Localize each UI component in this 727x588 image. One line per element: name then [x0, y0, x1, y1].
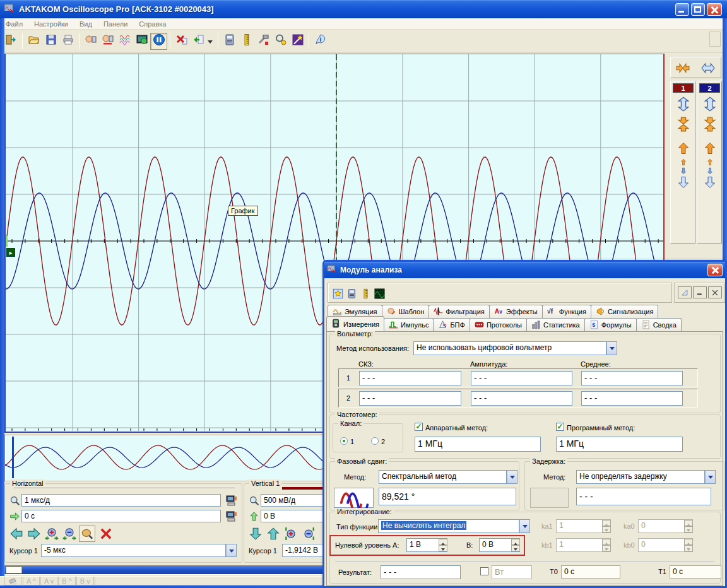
menu-item-3[interactable]: Вид: [74, 19, 98, 29]
amplitude-ch2-field[interactable]: - - -: [471, 391, 572, 406]
amplitude-ch1-field[interactable]: - - -: [471, 371, 572, 385]
zero-level-a-spinner[interactable]: [439, 539, 447, 551]
average-ch2-field[interactable]: - - -: [581, 391, 683, 406]
tab-function[interactable]: √fФункция: [542, 305, 591, 318]
v-expand-icon[interactable]: [702, 97, 718, 112]
menu-item-4[interactable]: Панели: [98, 19, 133, 29]
menu-item-5[interactable]: Справка: [133, 19, 172, 29]
average-ch1-field[interactable]: - - -: [581, 371, 683, 385]
arrow-down-teal-icon[interactable]: [247, 526, 264, 542]
service-button[interactable]: [255, 33, 272, 50]
scrollbar-thumb[interactable]: [6, 567, 22, 573]
print-button[interactable]: [59, 33, 76, 50]
status-button-av[interactable]: A v: [40, 577, 57, 585]
delay-value-field[interactable]: - - -: [576, 488, 711, 505]
overview-cursor[interactable]: [12, 437, 14, 478]
arrow-up-teal-icon[interactable]: [265, 526, 281, 542]
phase-method-dropdown[interactable]: [507, 470, 517, 484]
tab-template[interactable]: Шаблон: [382, 305, 430, 318]
arrow-up-small-icon[interactable]: [680, 158, 687, 166]
tab-measure[interactable]: Измерения: [326, 316, 384, 331]
wizard-button[interactable]: [289, 33, 306, 50]
search-button[interactable]: [272, 33, 289, 50]
waveforms-button[interactable]: [116, 33, 133, 50]
h-cursor-dropdown[interactable]: [226, 544, 237, 557]
arrow-right-green-icon[interactable]: [8, 510, 21, 522]
tab-pulse[interactable]: Импульс: [384, 318, 434, 331]
timebase-field[interactable]: 1 мкс/д: [21, 494, 221, 507]
v-expand-icon[interactable]: [676, 97, 691, 112]
expand-h-icon[interactable]: [700, 60, 716, 76]
phase-method-combo[interactable]: Спектральный метод: [379, 470, 507, 484]
menu-item-2[interactable]: Настройки: [28, 19, 74, 29]
arrow-down-big-icon[interactable]: [677, 176, 690, 189]
minimize-button[interactable]: [675, 3, 689, 16]
kb1-spinner[interactable]: [602, 539, 611, 551]
tab-fft[interactable]: БПФ: [433, 318, 470, 331]
zoom-in-v-icon[interactable]: [283, 526, 299, 542]
delay-method-dropdown[interactable]: [705, 470, 716, 484]
watt-checkbox[interactable]: [480, 567, 488, 575]
device-icon[interactable]: [224, 509, 239, 523]
skz-ch2-field[interactable]: - - -: [359, 391, 461, 406]
write-device-button[interactable]: [99, 33, 116, 50]
nav-left-icon[interactable]: [8, 526, 25, 542]
arrow-up-small-icon[interactable]: [706, 158, 714, 166]
maximize-button[interactable]: [691, 3, 705, 16]
arrow-down-small-icon[interactable]: [706, 167, 714, 175]
software-method-checkbox[interactable]: ✓: [556, 423, 564, 431]
arrow-down-big-icon[interactable]: [704, 176, 716, 189]
arrow-up-big-icon[interactable]: [704, 142, 716, 155]
scope-grid-icon[interactable]: [373, 287, 386, 300]
star-window-icon[interactable]: [331, 287, 344, 300]
ruler-icon[interactable]: [359, 287, 372, 300]
delay-method-combo[interactable]: Не определять задержку: [576, 470, 705, 484]
zero-level-b-spinner[interactable]: [511, 539, 520, 551]
status-button-b^[interactable]: B ^: [58, 577, 76, 585]
arrow-up-green-icon[interactable]: [247, 510, 260, 522]
dlg-rollup-icon[interactable]: [678, 286, 692, 298]
v-compress-icon[interactable]: [676, 117, 691, 132]
pause-button[interactable]: [150, 33, 167, 50]
nav-right-icon[interactable]: [26, 526, 42, 542]
journal-button[interactable]: [221, 33, 238, 50]
zoom-in-h-icon[interactable]: [44, 526, 60, 542]
ruler-button[interactable]: [238, 33, 255, 50]
info-button[interactable]: i: [312, 33, 329, 50]
delete-red-icon[interactable]: [98, 526, 114, 542]
tab-summary[interactable]: Сводка: [636, 318, 682, 331]
voltmeter-method-dropdown[interactable]: [606, 341, 617, 355]
read-device-button[interactable]: [82, 33, 99, 50]
dlg-min-icon[interactable]: [693, 286, 707, 298]
h-cursor-combo[interactable]: -5 мкс: [41, 544, 226, 557]
tab-effects[interactable]: AvЭффекты: [489, 305, 543, 318]
phase-value-field[interactable]: 89,521 °: [379, 488, 516, 505]
kb0-spinner[interactable]: [684, 539, 693, 551]
collapse-h-icon[interactable]: [675, 60, 691, 76]
ka1-spinner[interactable]: [602, 520, 611, 532]
function-type-dropdown[interactable]: [519, 519, 530, 533]
status-button-a^[interactable]: A ^: [23, 577, 40, 585]
tab-alarm[interactable]: Сигнализация: [591, 305, 658, 318]
import-button[interactable]: [190, 33, 207, 50]
tab-filter[interactable]: Фильтрация: [429, 305, 489, 318]
voltmeter-method-combo[interactable]: Не использовать цифровой вольтметр: [413, 341, 606, 355]
hardware-frequency-field[interactable]: 1 МГц: [415, 437, 541, 452]
zoom-out-v-icon[interactable]: [300, 526, 317, 542]
magnifier-icon[interactable]: [247, 494, 260, 507]
tab-stats[interactable]: Статистика: [526, 318, 585, 331]
dlg-close2-icon[interactable]: [708, 286, 722, 298]
function-type-combo[interactable]: Не вычислять интеграл: [378, 519, 519, 533]
display-button[interactable]: [133, 33, 150, 50]
tab-protocols[interactable]: Протоколы: [470, 318, 527, 331]
trigger-marker[interactable]: ▸: [6, 248, 15, 257]
exit-button[interactable]: [3, 33, 20, 50]
v-compress-icon[interactable]: [702, 117, 718, 132]
toolbar-grip-button[interactable]: [709, 32, 721, 47]
close-button[interactable]: [707, 3, 722, 16]
time-offset-field[interactable]: 0 с: [21, 510, 221, 522]
status-button-bv[interactable]: B v: [76, 577, 94, 585]
hardware-method-checkbox[interactable]: ✓: [415, 423, 423, 431]
channel-2-radio[interactable]: [371, 437, 379, 445]
import-dropdown-arrow[interactable]: [208, 40, 213, 46]
